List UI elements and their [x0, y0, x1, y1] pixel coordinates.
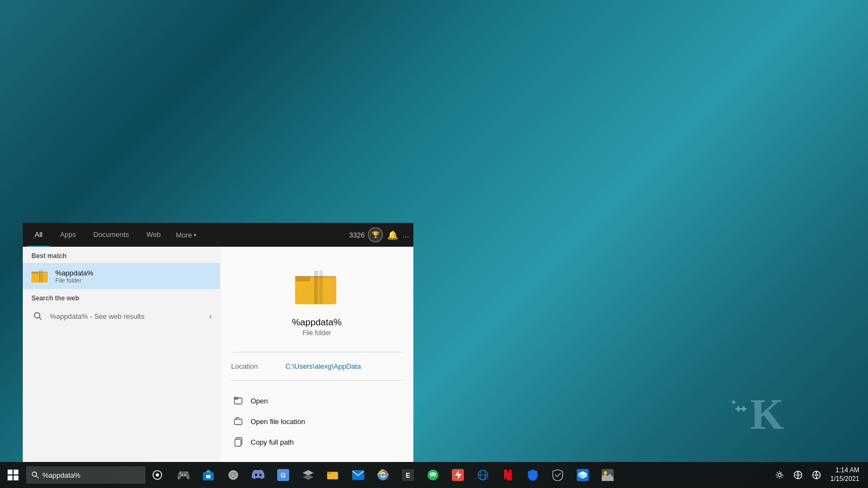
- task-view-button[interactable]: [145, 462, 169, 488]
- chrome-icon[interactable]: [371, 462, 395, 488]
- store-icon[interactable]: [196, 462, 220, 488]
- layers-icon[interactable]: [296, 462, 320, 488]
- network-icon[interactable]: [808, 462, 825, 488]
- detail-divider: [231, 352, 403, 352]
- detail-icon-area: %appdata% File folder: [231, 258, 403, 345]
- taskbar-app-icons: 🎮: [171, 462, 620, 488]
- svg-rect-19: [8, 476, 12, 480]
- score-icon: 🏆: [368, 227, 383, 242]
- svg-point-55: [778, 473, 781, 477]
- svg-rect-36: [327, 472, 331, 474]
- svg-marker-33: [303, 474, 314, 480]
- svg-rect-16: [235, 439, 241, 446]
- web-search-item[interactable]: %appdata% - See web results ›: [23, 305, 220, 327]
- more-options-icon[interactable]: ...: [403, 230, 409, 239]
- search-icon: [31, 310, 44, 323]
- result-text: %appdata% File folder: [55, 269, 93, 284]
- action-open[interactable]: Open: [231, 391, 403, 410]
- detail-divider-2: [231, 380, 403, 381]
- detail-type: File folder: [303, 329, 331, 337]
- score-badge: 3326 🏆: [349, 227, 383, 242]
- netflix-icon[interactable]: [496, 462, 520, 488]
- watermark: ✦✦ K: [737, 390, 781, 439]
- taskbar-search[interactable]: %appdata%: [26, 466, 145, 484]
- svg-rect-14: [234, 419, 242, 425]
- mail-icon[interactable]: [346, 462, 370, 488]
- bitwarden-icon[interactable]: [521, 462, 545, 488]
- settings-tray-icon[interactable]: [771, 462, 788, 488]
- 3d-builder-icon[interactable]: [571, 462, 595, 488]
- steam-icon[interactable]: [221, 462, 245, 488]
- result-item-appdata[interactable]: %appdata% File folder: [23, 263, 220, 289]
- svg-rect-37: [352, 470, 364, 480]
- svg-rect-20: [14, 476, 18, 480]
- folder-icon: [31, 267, 49, 285]
- best-match-label: Best match: [23, 247, 220, 263]
- notifications-icon[interactable]: 🔔: [387, 230, 398, 240]
- tab-all[interactable]: All: [27, 223, 50, 247]
- speed-icon[interactable]: [446, 462, 470, 488]
- svg-point-54: [604, 471, 607, 474]
- svg-rect-27: [206, 475, 210, 478]
- svg-line-22: [36, 476, 39, 478]
- svg-rect-18: [14, 470, 18, 474]
- clock[interactable]: 1:14 AM 1/15/2021: [826, 466, 864, 483]
- detail-location: Location C:\Users\alexg\AppData: [231, 359, 403, 374]
- svg-rect-10: [314, 271, 318, 304]
- start-button[interactable]: [0, 462, 26, 488]
- spotify-icon[interactable]: [421, 462, 445, 488]
- detail-folder-icon: [295, 268, 339, 312]
- svg-line-6: [40, 318, 42, 320]
- file-explorer-icon[interactable]: [321, 462, 345, 488]
- language-icon[interactable]: [789, 462, 807, 488]
- desktop: ✦✦ K All Apps Documents Web More ▾: [0, 0, 868, 488]
- tab-bar: All Apps Documents Web More ▾ 3326 🏆: [23, 223, 413, 247]
- epic-games-icon[interactable]: G: [271, 462, 295, 488]
- detail-actions: Open Open file location: [231, 391, 403, 451]
- search-panel: All Apps Documents Web More ▾ 3326 🏆: [23, 223, 413, 462]
- svg-rect-2: [31, 272, 38, 274]
- web-search-text: %appdata% - See web results: [50, 312, 203, 320]
- copy-path-icon: [233, 436, 244, 447]
- taskbar-tray: 1:14 AM 1/15/2021: [771, 462, 868, 488]
- open-icon: [233, 395, 244, 406]
- tab-documents[interactable]: Documents: [86, 223, 137, 247]
- action-copy-full-path[interactable]: Copy full path: [231, 433, 403, 451]
- search-content: Best match %appd: [23, 247, 413, 462]
- svg-rect-4: [41, 269, 43, 282]
- epic-store-icon[interactable]: E: [396, 462, 420, 488]
- taskbar: %appdata% 🎮: [0, 462, 868, 488]
- svg-point-21: [33, 472, 37, 477]
- svg-point-5: [35, 313, 40, 318]
- svg-point-24: [156, 473, 159, 477]
- location-link[interactable]: C:\Users\alexg\AppData: [285, 362, 361, 370]
- tab-more[interactable]: More ▾: [170, 228, 202, 242]
- left-panel: Best match %appd: [23, 247, 220, 462]
- xbox-icon[interactable]: 🎮: [171, 462, 195, 488]
- svg-marker-26: [205, 470, 212, 472]
- action-open-file-location[interactable]: Open file location: [231, 412, 403, 431]
- svg-point-43: [427, 470, 438, 480]
- svg-rect-9: [295, 276, 310, 281]
- right-panel: %appdata% File folder Location C:\Users\…: [220, 247, 413, 462]
- tab-web[interactable]: Web: [139, 223, 169, 247]
- svg-text:E: E: [406, 472, 410, 479]
- web-section-label: Search the web: [23, 289, 220, 305]
- tab-apps[interactable]: Apps: [52, 223, 84, 247]
- open-file-location-icon: [233, 416, 244, 427]
- svg-rect-3: [39, 269, 41, 282]
- windows-security-icon[interactable]: [546, 462, 570, 488]
- tab-bar-right: 3326 🏆 🔔 ...: [349, 227, 409, 242]
- svg-rect-17: [8, 470, 12, 474]
- discord-icon[interactable]: [246, 462, 270, 488]
- chevron-down-icon: ▾: [194, 232, 196, 238]
- photos-icon[interactable]: [596, 462, 620, 488]
- arrow-right-icon: ›: [209, 312, 212, 320]
- svg-rect-11: [319, 271, 323, 304]
- detail-name: %appdata%: [292, 317, 342, 328]
- ie-icon[interactable]: [471, 462, 495, 488]
- svg-text:G: G: [280, 472, 285, 479]
